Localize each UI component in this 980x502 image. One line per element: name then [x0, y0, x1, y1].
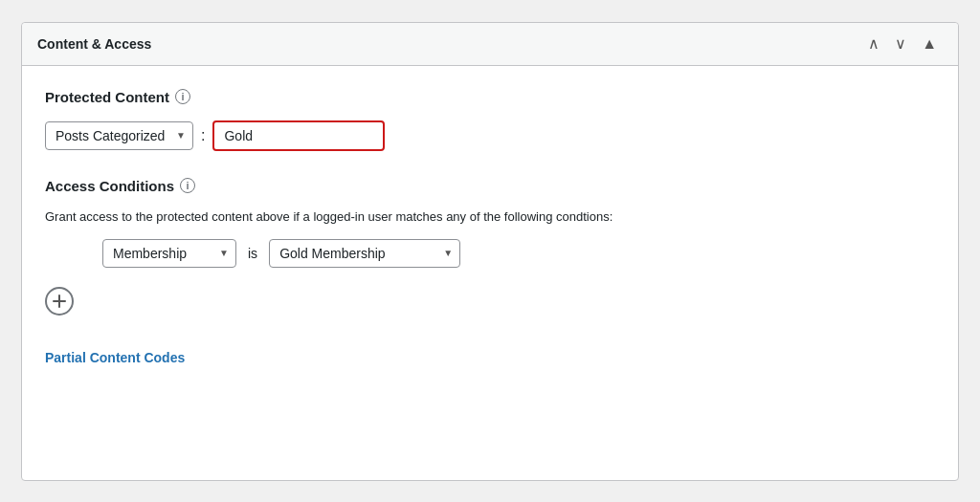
chevron-down-button[interactable]: ∨ [889, 34, 912, 54]
content-access-panel: Content & Access ∧ ∨ ▲ Protected Content… [21, 22, 959, 481]
gold-membership-select[interactable]: Gold Membership Silver Membership Bronze… [269, 239, 460, 268]
colon-separator: : [201, 127, 205, 144]
panel-title: Content & Access [37, 36, 151, 52]
is-label: is [248, 246, 257, 261]
plus-icon [53, 295, 66, 308]
chevron-up-button[interactable]: ∧ [862, 34, 885, 54]
add-icon-circle [45, 287, 74, 316]
gold-membership-select-wrapper: Gold Membership Silver Membership Bronze… [269, 239, 460, 268]
gold-text-input[interactable] [212, 120, 385, 151]
access-conditions-title: Access Conditions i [45, 178, 935, 194]
protected-content-title: Protected Content i [45, 89, 935, 105]
access-conditions-section: Access Conditions i Grant access to the … [45, 178, 935, 365]
membership-select[interactable]: Membership Role Capability [102, 239, 236, 268]
access-conditions-info-icon: i [180, 178, 195, 193]
panel-header: Content & Access ∧ ∨ ▲ [22, 23, 958, 66]
protected-content-info-icon: i [175, 89, 190, 104]
panel-body: Protected Content i Posts Categorized Pa… [22, 66, 958, 415]
arrow-up-button[interactable]: ▲ [916, 34, 943, 54]
posts-categorized-select[interactable]: Posts Categorized Pages Custom Post Type [45, 121, 193, 150]
add-condition-container [45, 283, 935, 316]
access-description: Grant access to the protected content ab… [45, 209, 935, 224]
condition-row: Membership Role Capability ▼ is Gold Mem… [102, 239, 935, 268]
membership-select-wrapper: Membership Role Capability ▼ [102, 239, 236, 268]
protected-content-section: Protected Content i Posts Categorized Pa… [45, 89, 935, 151]
protected-content-row: Posts Categorized Pages Custom Post Type… [45, 120, 935, 151]
panel-controls: ∧ ∨ ▲ [862, 34, 943, 54]
posts-categorized-wrapper: Posts Categorized Pages Custom Post Type… [45, 121, 193, 150]
partial-content-codes-link[interactable]: Partial Content Codes [45, 350, 185, 365]
access-conditions-label: Access Conditions [45, 178, 174, 194]
add-condition-button[interactable] [45, 287, 74, 316]
protected-content-label: Protected Content [45, 89, 169, 105]
